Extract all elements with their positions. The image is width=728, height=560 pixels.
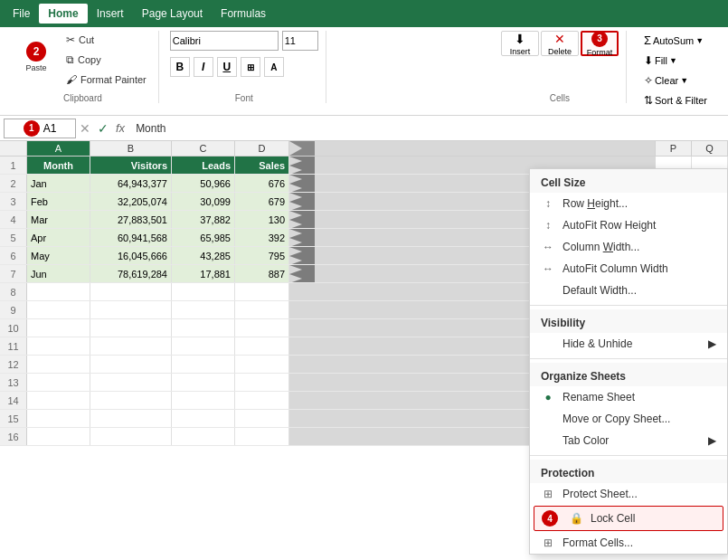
font-size-input[interactable]: [282, 31, 318, 51]
italic-button[interactable]: I: [194, 57, 213, 77]
cell-c7[interactable]: 17,881: [172, 265, 235, 282]
cell-a6[interactable]: May: [27, 247, 90, 264]
tab-color-arrow: ▶: [708, 434, 716, 447]
menu-formulas[interactable]: Formulas: [212, 4, 275, 24]
cut-button[interactable]: ✂ Cut: [61, 31, 151, 49]
cell-ref-text: A1: [43, 122, 57, 135]
paste-button[interactable]: 2 Paste: [14, 31, 58, 83]
cell-c6[interactable]: 43,285: [172, 247, 235, 264]
formula-dividers: ✕ ✓ fx: [80, 121, 125, 136]
menu-home[interactable]: Home: [39, 4, 87, 24]
divider-2: [530, 358, 727, 359]
cancel-icon[interactable]: ✕: [80, 121, 90, 136]
clear-button[interactable]: ✧ Clear ▼: [638, 71, 714, 90]
move-copy-item[interactable]: Move or Copy Sheet...: [530, 408, 727, 430]
step4-badge: 4: [542, 510, 558, 527]
row-num-3: 3: [0, 193, 27, 210]
protect-icon: ⊞: [541, 488, 555, 500]
sort-icon: ⇅: [644, 94, 653, 107]
cell-b1[interactable]: Visitors: [90, 157, 172, 174]
autosum-button[interactable]: Σ AutoSum ▼: [638, 31, 714, 50]
insert-label: Insert: [510, 47, 531, 56]
cell-d1[interactable]: Sales: [235, 157, 289, 174]
autosum-arrow: ▼: [695, 36, 704, 45]
col-header-d[interactable]: D: [235, 141, 289, 156]
cell-a4[interactable]: Mar: [27, 211, 90, 228]
cell-a5[interactable]: Apr: [27, 229, 90, 246]
column-headers: A B C D P Q: [0, 141, 728, 157]
col-header-b[interactable]: B: [90, 141, 172, 156]
fill-button[interactable]: ⬇ Fill ▼: [638, 52, 714, 70]
menu-bar: File Home Insert Page Layout Formulas: [0, 0, 728, 27]
cell-c2[interactable]: 50,966: [172, 175, 235, 192]
row-height-icon: ↕: [541, 197, 555, 210]
confirm-icon[interactable]: ✓: [98, 121, 109, 136]
lock-cell-label: Lock Cell: [591, 512, 715, 525]
default-width-item[interactable]: Default Width...: [530, 280, 727, 301]
cell-b3[interactable]: 32,205,074: [90, 193, 172, 210]
protect-sheet-item[interactable]: ⊞ Protect Sheet...: [530, 483, 727, 505]
cell-b2[interactable]: 64,943,377: [90, 175, 172, 192]
cell-c3[interactable]: 30,099: [172, 193, 235, 210]
cell-b5[interactable]: 60,941,568: [90, 229, 172, 246]
fill-color-button[interactable]: A: [264, 57, 284, 77]
cell-b4[interactable]: 27,883,501: [90, 211, 172, 228]
sigma-icon: Σ: [644, 33, 651, 47]
cell-a1[interactable]: Month: [27, 157, 90, 174]
column-width-item[interactable]: ↔ Column Width...: [530, 236, 727, 258]
format-button[interactable]: 3 Format: [581, 31, 619, 56]
menu-insert[interactable]: Insert: [88, 4, 133, 24]
format-cells-item[interactable]: ⊞ Format Cells...: [530, 532, 727, 554]
rename-sheet-item[interactable]: ● Rename Sheet: [530, 386, 727, 408]
cell-d7[interactable]: 887: [235, 265, 289, 282]
menu-file[interactable]: File: [4, 4, 39, 24]
border-button[interactable]: ⊞: [241, 57, 260, 77]
hide-arrow: ▶: [708, 337, 716, 350]
cell-d4[interactable]: 130: [235, 211, 289, 228]
cell-c5[interactable]: 65,985: [172, 229, 235, 246]
cell-b7[interactable]: 78,619,284: [90, 265, 172, 282]
tab-color-item[interactable]: Tab Color ▶: [530, 430, 727, 451]
cell-a2[interactable]: Jan: [27, 175, 90, 192]
sort-filter-button[interactable]: ⇅ Sort & Filter: [638, 91, 714, 109]
autofit-col-item[interactable]: ↔ AutoFit Column Width: [530, 258, 727, 280]
row-num-15: 15: [0, 410, 27, 427]
lock-cell-item[interactable]: 4 🔒 Lock Cell: [534, 506, 723, 531]
cell-reference-box[interactable]: 1 A1: [4, 119, 76, 138]
delete-button[interactable]: ✕ Delete: [541, 31, 579, 56]
editing-buttons: Σ AutoSum ▼ ⬇ Fill ▼ ✧ Clear ▼ ⇅ Sort & …: [638, 31, 714, 109]
row-num-10: 10: [0, 319, 27, 337]
cell-d6[interactable]: 795: [235, 247, 289, 264]
font-name-input[interactable]: [170, 31, 279, 51]
cell-a7[interactable]: Jun: [27, 265, 90, 282]
menu-page-layout[interactable]: Page Layout: [133, 4, 212, 24]
autofit-col-icon: ↔: [541, 262, 555, 275]
col-header-p[interactable]: P: [656, 141, 692, 156]
copy-button[interactable]: ⧉ Copy: [61, 51, 151, 69]
row-num-8: 8: [0, 283, 27, 300]
col-header-c[interactable]: C: [172, 141, 235, 156]
cell-a3[interactable]: Feb: [27, 193, 90, 210]
cell-d5[interactable]: 392: [235, 229, 289, 246]
step3-badge: 3: [591, 31, 608, 47]
col-header-a[interactable]: A: [27, 141, 90, 156]
cell-b6[interactable]: 16,045,666: [90, 247, 172, 264]
cell-c4[interactable]: 37,882: [172, 211, 235, 228]
clear-arrow: ▼: [680, 76, 688, 85]
cell-c1[interactable]: Leads: [172, 157, 235, 174]
jagged-svg-r1: [289, 157, 315, 174]
hide-unhide-item[interactable]: Hide & Unhide ▶: [530, 333, 727, 355]
autofit-row-item[interactable]: ↕ AutoFit Row Height: [530, 214, 727, 236]
cell-d3[interactable]: 679: [235, 193, 289, 210]
format-col: 3 Format: [581, 31, 619, 56]
cell-d2[interactable]: 676: [235, 175, 289, 192]
bold-button[interactable]: B: [170, 57, 190, 77]
format-painter-button[interactable]: 🖌 Format Painter: [61, 71, 151, 89]
cut-label: Cut: [79, 34, 94, 45]
col-header-q[interactable]: Q: [692, 141, 728, 156]
clipboard-small-buttons: ✂ Cut ⧉ Copy 🖌 Format Painter: [61, 31, 151, 89]
insert-button[interactable]: ⬇ Insert: [501, 31, 539, 56]
underline-button[interactable]: U: [217, 57, 237, 77]
copy-icon: ⧉: [66, 53, 74, 66]
row-height-item[interactable]: ↕ Row Height...: [530, 193, 727, 214]
